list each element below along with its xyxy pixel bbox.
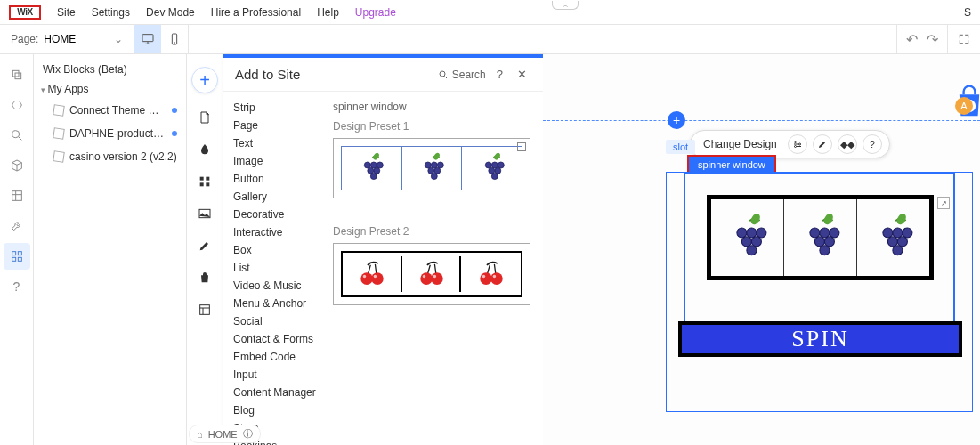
cat-content-manager[interactable]: Content Manager	[233, 384, 320, 401]
change-design-button[interactable]: Change Design	[698, 138, 782, 150]
cat-box[interactable]: Box	[233, 241, 320, 259]
menu-site[interactable]: Site	[57, 6, 76, 19]
help-icon[interactable]: ?	[4, 273, 30, 300]
cat-gallery[interactable]: Gallery	[233, 188, 320, 206]
stretch-handle[interactable]: ↗	[937, 197, 950, 209]
pen-icon[interactable]	[197, 238, 213, 254]
cat-contact[interactable]: Contact & Forms	[233, 330, 320, 348]
svg-point-67	[814, 237, 824, 247]
svg-point-40	[371, 272, 384, 285]
avatar[interactable]: A	[955, 97, 973, 115]
redo-button[interactable]: ↷	[927, 31, 938, 48]
menu-upgrade[interactable]: Upgrade	[355, 6, 396, 19]
presets-area: spinner window Design Preset 1 Design Pr…	[320, 92, 543, 445]
blocks-icon[interactable]	[4, 243, 30, 270]
wrench-icon[interactable]	[4, 213, 30, 239]
help-circle-icon[interactable]: ?	[863, 134, 882, 154]
cat-video[interactable]: Video & Music	[233, 277, 320, 295]
grape-icon	[874, 213, 913, 263]
svg-rect-0	[142, 35, 153, 42]
search-button[interactable]: Search	[438, 69, 486, 81]
svg-rect-7	[12, 252, 15, 255]
cat-input[interactable]: Input	[233, 366, 320, 384]
cat-text[interactable]: Text	[233, 134, 320, 152]
svg-point-73	[902, 228, 911, 238]
menu-hire[interactable]: Hire a Professional	[211, 6, 301, 19]
layout-icon[interactable]	[197, 302, 213, 318]
cube-icon	[53, 104, 65, 117]
tree-item-casino[interactable]: casino version 2 (v2.2)	[41, 145, 179, 168]
undo-button[interactable]: ↶	[906, 31, 918, 48]
panel-close-button[interactable]: ✕	[514, 68, 530, 81]
svg-point-37	[494, 167, 500, 174]
collapse-indicator[interactable]: ︿	[552, 1, 579, 10]
menu-settings[interactable]: Settings	[92, 6, 130, 19]
page-label: Page:	[11, 33, 38, 45]
cat-interactive[interactable]: Interactive	[233, 223, 320, 241]
canvas[interactable]: 0 A + Change Design ◆◆ ? slot spinner wi…	[543, 54, 980, 445]
svg-point-75	[897, 237, 907, 247]
svg-point-65	[819, 228, 829, 238]
desktop-view-button[interactable]	[134, 25, 161, 53]
mobile-view-button[interactable]	[161, 25, 188, 53]
svg-rect-11	[200, 177, 204, 181]
paint-icon[interactable]	[197, 142, 213, 158]
svg-point-39	[361, 272, 374, 285]
cat-decorative[interactable]: Decorative	[233, 206, 320, 223]
svg-point-42	[374, 275, 377, 278]
search-icon[interactable]	[4, 122, 30, 149]
cat-menu[interactable]: Menu & Anchor	[233, 295, 320, 312]
grape-icon	[359, 152, 384, 184]
reel-cell	[857, 199, 929, 276]
cat-page[interactable]: Page	[233, 117, 320, 134]
tree-group-myapps[interactable]: My Apps	[41, 83, 179, 95]
cat-embed[interactable]: Embed Code	[233, 348, 320, 366]
svg-point-62	[746, 246, 756, 255]
animation-icon[interactable]: ◆◆	[838, 134, 857, 154]
bottom-status[interactable]: ⌂ HOME ⓘ	[189, 425, 261, 443]
preset1-card[interactable]	[333, 138, 530, 198]
slot-tag[interactable]: slot	[666, 140, 695, 154]
layers-icon[interactable]	[4, 61, 30, 88]
page-icon[interactable]	[197, 109, 213, 125]
expand-button[interactable]	[948, 33, 980, 45]
cat-button[interactable]: Button	[233, 170, 320, 188]
panel-help-button[interactable]: ?	[493, 68, 506, 81]
tree-item-connect-theme[interactable]: Connect Theme Demo ...	[41, 99, 179, 122]
page-selector[interactable]: Page: HOME ⌄	[0, 33, 134, 45]
menu-devmode[interactable]: Dev Mode	[146, 6, 195, 19]
svg-rect-6	[12, 191, 21, 201]
cat-list[interactable]: List	[233, 259, 320, 277]
cat-social[interactable]: Social	[233, 312, 320, 330]
cat-strip[interactable]: Strip	[233, 99, 320, 117]
design-icon[interactable]	[813, 134, 832, 154]
add-element-button[interactable]: +	[668, 111, 685, 129]
cat-image[interactable]: Image	[233, 152, 320, 170]
svg-point-72	[892, 228, 902, 238]
bag-icon[interactable]	[197, 270, 213, 286]
settings-icon[interactable]	[788, 134, 807, 154]
second-bar: Page: HOME ⌄ ↶ ↷	[0, 25, 980, 54]
image-icon[interactable]	[197, 206, 213, 222]
table-icon[interactable]	[4, 182, 30, 209]
cat-blog[interactable]: Blog	[233, 401, 320, 419]
cherry-icon	[476, 259, 506, 289]
reel-row	[707, 195, 934, 280]
spin-button[interactable]: SPIN	[678, 321, 962, 357]
apps-icon[interactable]	[197, 174, 213, 190]
code-icon[interactable]	[4, 92, 30, 118]
tree-item-daphne[interactable]: DAPHNE-product page...	[41, 122, 179, 145]
svg-point-28	[437, 162, 443, 168]
add-plus-button[interactable]: +	[191, 67, 218, 93]
menu-help[interactable]: Help	[317, 6, 339, 19]
package-icon[interactable]	[4, 152, 30, 179]
svg-rect-12	[206, 177, 209, 181]
preset2-card[interactable]	[333, 243, 530, 305]
svg-point-64	[809, 228, 819, 238]
top-right-s[interactable]: S	[964, 6, 971, 19]
svg-point-20	[371, 162, 377, 168]
tree-item-label: DAPHNE-product page...	[69, 127, 166, 140]
left-tool-rail: ?	[0, 54, 34, 445]
page-name: HOME	[44, 33, 76, 45]
svg-rect-9	[12, 257, 15, 261]
